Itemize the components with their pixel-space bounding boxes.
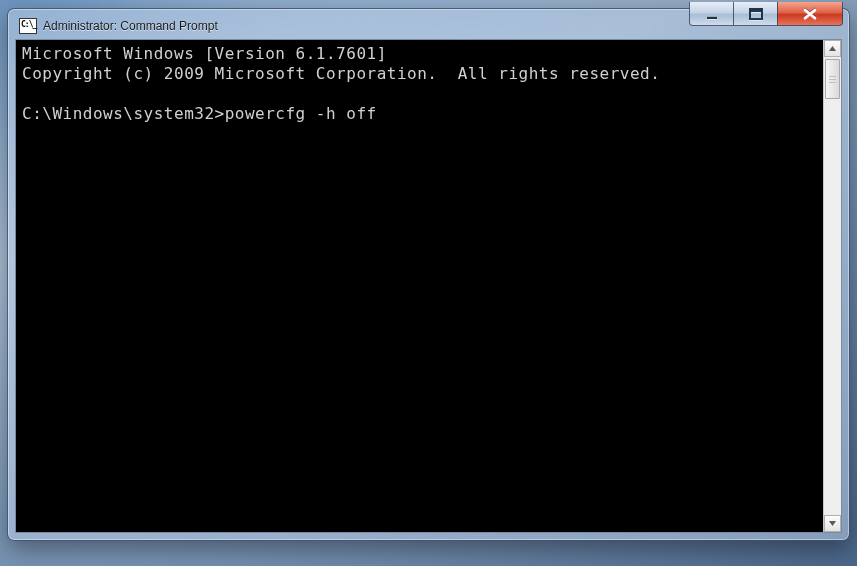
command-prompt-window: Administrator: Command Prompt xyxy=(7,8,850,541)
scroll-down-button[interactable] xyxy=(824,515,841,532)
maximize-icon xyxy=(749,8,763,20)
close-button[interactable] xyxy=(777,2,843,26)
console-prompt: C:\Windows\system32> xyxy=(22,104,225,123)
window-title: Administrator: Command Prompt xyxy=(43,19,218,33)
svg-rect-3 xyxy=(750,9,762,12)
titlebar[interactable]: Administrator: Command Prompt xyxy=(15,9,842,39)
svg-rect-1 xyxy=(707,16,717,17)
scroll-up-button[interactable] xyxy=(824,40,841,57)
close-icon xyxy=(803,8,817,20)
console-line: Copyright (c) 2009 Microsoft Corporation… xyxy=(22,64,660,83)
caption-buttons xyxy=(689,2,843,26)
cmd-icon xyxy=(19,18,37,34)
scroll-thumb[interactable] xyxy=(825,59,840,99)
client-area: Microsoft Windows [Version 6.1.7601] Cop… xyxy=(15,39,842,533)
maximize-button[interactable] xyxy=(733,2,777,26)
console-output[interactable]: Microsoft Windows [Version 6.1.7601] Cop… xyxy=(16,40,823,532)
chevron-up-icon xyxy=(828,44,837,53)
console-command: powercfg -h off xyxy=(225,104,377,123)
minimize-button[interactable] xyxy=(689,2,733,26)
console-line: Microsoft Windows [Version 6.1.7601] xyxy=(22,44,387,63)
vertical-scrollbar[interactable] xyxy=(823,40,841,532)
chevron-down-icon xyxy=(828,519,837,528)
minimize-icon xyxy=(706,8,718,20)
scroll-track[interactable] xyxy=(824,57,841,515)
